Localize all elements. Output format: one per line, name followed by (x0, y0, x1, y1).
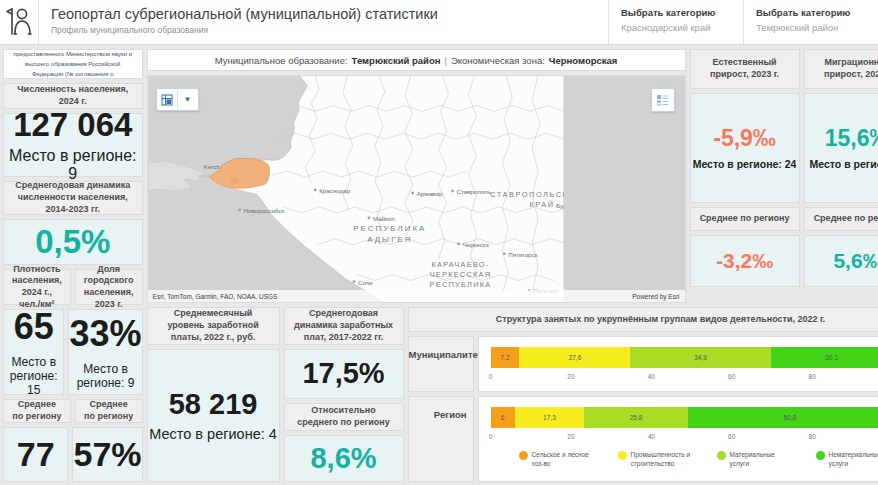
region-axis: 020406080100 (491, 431, 878, 444)
basemap-gallery-icon[interactable] (157, 89, 177, 110)
migration-growth-card: 15,6‰ Место в регионе: 4 (804, 93, 878, 203)
municipality-bar-area: 7,227,634,930,3 020406080100 (478, 336, 878, 392)
zone-label: Экономическая зона: (451, 55, 545, 66)
powered-by-esri: Powered by Esri (632, 293, 679, 300)
natural-growth-card: -5,9‰ Место в регионе: 24 (690, 93, 800, 203)
legend-item: Сельское и лесное хоз-во (519, 450, 596, 468)
region-select-value[interactable]: Краснодарский край (621, 22, 743, 33)
map-legend-button[interactable] (651, 88, 675, 112)
muni-label: Муниципальное образование: (215, 55, 348, 66)
region-select-label: Выбрать категорию (621, 7, 743, 18)
axis-tick-label: 0 (489, 373, 493, 380)
bar-segment: 25,8 (584, 407, 688, 428)
legend-dot-icon (618, 451, 627, 460)
population-value: 127 064 (13, 107, 132, 143)
migration-avg-value: 5,6‰ (833, 249, 878, 272)
natural-avg-value: -3,2‰ (716, 249, 773, 272)
axis-tick-label: 0 (489, 433, 493, 440)
city-label-sochi: Сочи (358, 279, 373, 286)
density-value: 65 (14, 307, 54, 347)
legend-dot-icon (816, 451, 825, 460)
pop-dynamics-card: 0,5% (3, 219, 143, 265)
density-avg-card: 77 (3, 427, 68, 482)
city-label-cherkessk: Черкесск (462, 241, 489, 248)
basemap-dropdown-button[interactable]: ▼ (177, 89, 198, 110)
city-label-maykop: Майкоп (372, 215, 394, 222)
geoportal-dashboard: Геопортал субрегиональной (муниципальной… (0, 0, 878, 485)
urban-share-card: 33% Место в регионе: 9 (68, 309, 142, 395)
municipality-row-label: Муниципалитет (408, 336, 474, 392)
urban-share-value: 33% (69, 314, 141, 354)
city-label-stavropol: Ставрополь (456, 188, 491, 195)
basemap-control[interactable]: ▼ (156, 88, 199, 111)
region-label-kchr-3: РЕСПУБЛИКА (429, 280, 491, 289)
region-chart-row: Регион 617,325,850,8 020406080100 Сельск… (408, 396, 878, 482)
density-avg-header: Среднее по региону (3, 399, 71, 423)
person-map-logo-icon (5, 6, 33, 38)
axis-tick-label: 80 (809, 433, 816, 440)
legend-label: Сельское и лесное хоз-во (532, 450, 596, 468)
population-card: 127 064 Место в регионе: 9 (3, 113, 143, 177)
salary-rank: Место в регионе: 4 (149, 426, 277, 442)
salary-level-column: Среднемесячный уровень заработной платы,… (147, 307, 280, 482)
left-stats-column: Проект реализуется в рамках гранта, пред… (3, 49, 143, 482)
migration-growth-rank: Место в регионе: 4 (810, 158, 878, 170)
legend-dot-icon (519, 451, 528, 460)
axis-tick-label: 40 (648, 373, 655, 380)
district-category-select[interactable]: Выбрать категорию Темрюкский район (743, 0, 878, 44)
urban-share-header: Доля городского населения, 2023 г. (75, 269, 143, 305)
axis-tick-label: 20 (567, 433, 574, 440)
map-column: Муниципальное образование: Темрюкский ра… (147, 49, 686, 303)
region-avg-headers: Среднее по региону Среднее по региону (3, 399, 143, 423)
city-label-pyatigorsk: Пятигорск (508, 251, 537, 258)
region-label-stavropol-2: КРАЙ (529, 200, 554, 209)
city-label-budennovsk: Буд (556, 202, 564, 209)
migration-growth-header: Миграционный прирост, 2023 г. (804, 49, 878, 89)
municipality-chart-row: Муниципалитет 7,227,634,930,3 0204060801… (408, 336, 878, 392)
chevron-down-icon: ▼ (184, 95, 192, 104)
region-label-adygea-1: РЕСПУБЛИКА (353, 224, 426, 233)
salary-header: Среднемесячный уровень заработной платы,… (147, 307, 280, 345)
grant-note: Проект реализуется в рамках гранта, пред… (3, 49, 143, 79)
axis-tick-label: 60 (728, 433, 735, 440)
axis-tick-label: 20 (567, 373, 574, 380)
legend-item: Промышленность и строительство (618, 450, 695, 468)
map-canvas[interactable]: Kerch Новороссийск Краснодар Майкоп Арма… (147, 75, 686, 303)
region-row-label: Регион (408, 396, 474, 482)
region-label-stavropol-1: СТАВРОПОЛЬСКИЙ (490, 190, 564, 199)
salary-relative-header: Относительно среднего по региону (284, 403, 404, 431)
salary-relative-value: 8,6% (310, 443, 376, 475)
migration-avg-header: Среднее по региону (804, 207, 878, 231)
page-title: Геопортал субрегиональной (муниципальной… (51, 6, 596, 22)
urban-avg-header: Среднее по региону (75, 399, 143, 423)
salary-relative-card: 8,6% (284, 435, 404, 482)
municipality-stacked-bar: 7,227,634,930,3 (491, 347, 878, 368)
pop-dynamics-header: Среднегодовая динамика численности насел… (3, 181, 143, 215)
salary-dynamics-column: Среднегодовая динамика заработных плат, … (284, 307, 404, 482)
natural-avg-card: -3,2‰ (690, 235, 800, 287)
region-map: Kerch Новороссийск Краснодар Майкоп Арма… (148, 76, 564, 303)
density-urban-headers: Плотность населения, 2024 г., чел./км² Д… (3, 269, 143, 305)
chart-legend: Сельское и лесное хоз-воПромышленность и… (519, 450, 878, 468)
district-select-value[interactable]: Темрюкский район (756, 22, 878, 33)
region-category-select[interactable]: Выбрать категорию Краснодарский край (608, 0, 743, 44)
density-avg-value: 77 (17, 436, 55, 473)
legend-item: Материальные услуги (717, 450, 794, 468)
app-title-block: Геопортал субрегиональной (муниципальной… (39, 0, 608, 44)
urban-avg-card: 57% (72, 427, 142, 482)
region-label-kchr-1: КАРАЧАЕВО- (431, 260, 489, 269)
urban-avg-value: 57% (73, 436, 141, 473)
region-label-kchr-2: ЧЕРКЕССКАЯ (429, 270, 491, 279)
salary-dynamics-card: 17,5% (284, 349, 404, 399)
axis-tick-label: 80 (809, 373, 816, 380)
district-select-label: Выбрать категорию (756, 7, 878, 18)
city-label-kerch: Kerch (203, 163, 220, 170)
city-label-krasnodar: Краснодар (319, 187, 351, 194)
natural-avg-header: Среднее по региону (690, 207, 800, 231)
region-stacked-bar: 617,325,850,8 (491, 407, 878, 428)
attribution-sources: Esri, TomTom, Garmin, FAO, NOAA, USGS (153, 293, 278, 300)
migration-avg-card: 5,6‰ (804, 235, 878, 287)
main-content: Муниципальное образование: Темрюкский ра… (147, 49, 878, 482)
bar-segment: 30,3 (771, 347, 878, 368)
legend-label: Материальные услуги (730, 450, 794, 468)
